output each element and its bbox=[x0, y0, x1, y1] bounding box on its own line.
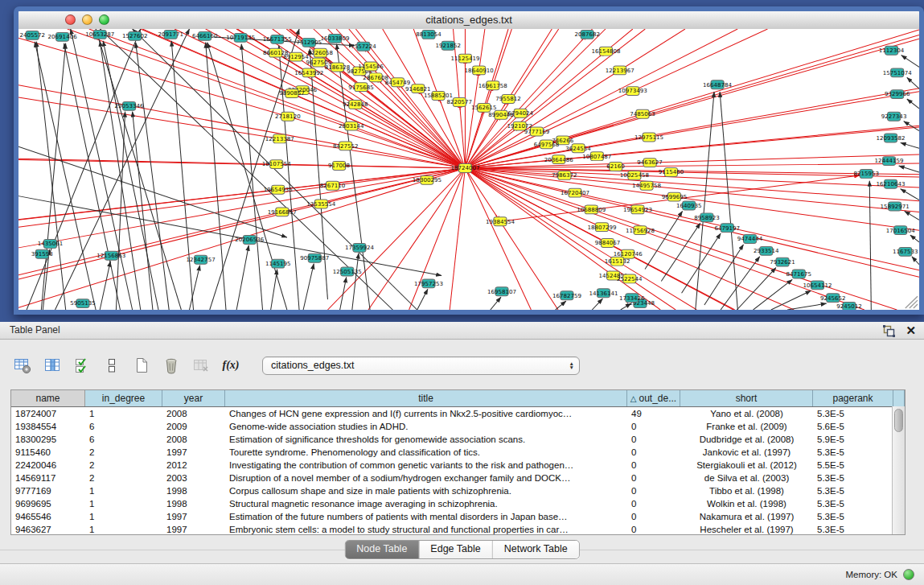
graph-node[interactable]: 2803144 bbox=[339, 122, 364, 130]
cell-year[interactable]: 1997 bbox=[162, 447, 225, 457]
column-header-title[interactable]: title bbox=[225, 390, 627, 406]
vertical-scrollbar[interactable] bbox=[892, 406, 905, 534]
table-settings-icon[interactable] bbox=[13, 356, 32, 375]
graph-node[interactable]: 10807487 bbox=[582, 152, 611, 161]
graph-node[interactable]: 2718120 bbox=[275, 112, 301, 121]
graph-node[interactable]: 16154808 bbox=[591, 47, 620, 56]
cell-name[interactable]: 22420046 bbox=[11, 460, 85, 470]
graph-node[interactable]: 16720407 bbox=[561, 188, 589, 197]
table-panel-titlebar[interactable]: Table Panel ✕ bbox=[0, 322, 924, 340]
tab-node-table[interactable]: Node Table bbox=[345, 541, 419, 558]
tab-network-table[interactable]: Network Table bbox=[493, 541, 579, 558]
graph-node[interactable]: 19654935 bbox=[264, 185, 293, 194]
graph-node[interactable]: 16671355 bbox=[263, 35, 292, 43]
cell-in_degree[interactable]: 2 bbox=[85, 447, 162, 457]
graph-node[interactable]: 16543992 bbox=[294, 68, 323, 77]
cell-name[interactable]: 18724007 bbox=[11, 409, 85, 418]
cell-pagerank[interactable]: 5.3E-5 bbox=[813, 512, 893, 521]
cell-in_degree[interactable]: 1 bbox=[85, 499, 162, 509]
column-header-year[interactable]: year bbox=[162, 390, 225, 406]
graph-node[interactable]: 17016504 bbox=[886, 226, 916, 235]
graph-node[interactable]: 7955812 bbox=[495, 95, 521, 104]
delete-table-icon[interactable] bbox=[191, 356, 211, 375]
cell-pagerank[interactable]: 5.5E-5 bbox=[813, 460, 893, 470]
graph-node[interactable]: 6466160 bbox=[192, 31, 218, 40]
graph-node[interactable]: 8267110 bbox=[320, 181, 346, 190]
graph-node[interactable]: 2933514 bbox=[754, 246, 779, 255]
cell-title[interactable]: Estimation of the future numbers of pati… bbox=[225, 512, 627, 521]
cell-year[interactable]: 2009 bbox=[162, 422, 225, 431]
graph-node[interactable]: 19654923 bbox=[623, 205, 652, 214]
cell-pagerank[interactable]: 5.3E-5 bbox=[813, 447, 893, 457]
close-panel-icon[interactable]: ✕ bbox=[906, 323, 916, 338]
graph-node[interactable]: 6794024 bbox=[507, 109, 533, 117]
cell-title[interactable]: Changes of HCN gene expression and I(f) … bbox=[225, 409, 627, 418]
graph-node[interactable]: 1615132 bbox=[605, 257, 630, 266]
graph-node[interactable]: 9699695 bbox=[662, 192, 688, 201]
graph-node[interactable]: 9245012 bbox=[836, 303, 862, 310]
graph-node[interactable]: 7557224 bbox=[351, 42, 376, 51]
graph-node[interactable]: 8427552 bbox=[333, 142, 359, 150]
graph-node[interactable]: 10654112 bbox=[803, 281, 832, 290]
graph-node[interactable]: 10653287 bbox=[85, 30, 114, 39]
graph-node[interactable]: 391593 bbox=[31, 249, 53, 258]
cell-in_degree[interactable]: 6 bbox=[85, 435, 162, 444]
table-row[interactable]: 977716911998Corpus callosum shape and si… bbox=[11, 484, 905, 497]
graph-node[interactable]: 1921852 bbox=[435, 41, 461, 50]
cell-title[interactable]: Embryonic stem cells: a model to study s… bbox=[225, 525, 627, 534]
graph-node[interactable]: 12342757 bbox=[187, 255, 216, 264]
graph-node[interactable]: 10973493 bbox=[618, 87, 647, 96]
cell-title[interactable]: Tourette syndrome. Phenomenology and cla… bbox=[225, 447, 627, 457]
graph-node[interactable]: 16782759 bbox=[552, 291, 581, 300]
cell-pagerank[interactable]: 5.3E-5 bbox=[813, 409, 893, 418]
graph-node[interactable]: 1167533 bbox=[893, 247, 918, 256]
cell-name[interactable]: 9463627 bbox=[11, 525, 85, 534]
graph-node[interactable]: 17957253 bbox=[414, 279, 443, 288]
column-header-short[interactable]: short bbox=[680, 390, 813, 406]
network-canvas[interactable]: 1872400786601288912954822605896275051654… bbox=[18, 29, 919, 310]
cell-short[interactable]: Wolkin et al. (1998) bbox=[680, 499, 813, 509]
cell-short[interactable]: Yano et al. (2008) bbox=[680, 409, 813, 418]
graph-node[interactable]: 29053346 bbox=[115, 101, 145, 110]
cell-title[interactable]: Disruption of a novel member of a sodium… bbox=[225, 473, 627, 483]
cell-year[interactable]: 1997 bbox=[162, 512, 225, 521]
graph-node[interactable]: 5905135 bbox=[70, 299, 96, 308]
graph-node[interactable]: 10719145 bbox=[226, 33, 255, 42]
graph-node[interactable]: 90975887 bbox=[300, 253, 329, 262]
cell-in_degree[interactable]: 1 bbox=[85, 486, 162, 496]
column-header-in_degree[interactable]: in_degree bbox=[85, 390, 162, 406]
graph-node[interactable]: 9227343 bbox=[881, 112, 907, 121]
cell-year[interactable]: 2003 bbox=[162, 473, 225, 483]
graph-node[interactable]: 15751074 bbox=[883, 68, 913, 77]
cell-year[interactable]: 2012 bbox=[162, 460, 225, 470]
cell-name[interactable]: 19384554 bbox=[11, 422, 85, 431]
cell-out_degree[interactable]: 0 bbox=[627, 422, 680, 431]
table-row[interactable]: 1872400712008Changes of HCN gene express… bbox=[11, 407, 905, 420]
network-view-window[interactable]: citations_edges.txt 18724007866012889129… bbox=[14, 6, 924, 315]
graph-node[interactable]: 1527602 bbox=[122, 31, 148, 40]
graph-node[interactable]: 1640935 bbox=[676, 201, 702, 210]
cell-name[interactable]: 9777169 bbox=[11, 486, 85, 496]
cell-short[interactable]: Stergiakouli et al. (2012) bbox=[680, 460, 813, 470]
table-row[interactable]: 1456911722003Disruption of a novel membe… bbox=[11, 472, 905, 484]
delete-icon[interactable] bbox=[162, 356, 181, 375]
cell-pagerank[interactable]: 5.3E-5 bbox=[813, 486, 893, 496]
cell-short[interactable]: Tibbo et al. (1998) bbox=[680, 486, 813, 496]
graph-node[interactable]: 9474444 bbox=[737, 235, 763, 244]
table-row[interactable]: 1938455462009Genome-wide association stu… bbox=[11, 420, 905, 433]
graph-node[interactable]: 2405572 bbox=[19, 31, 45, 39]
cell-out_degree[interactable]: 0 bbox=[627, 473, 680, 483]
graph-node[interactable]: 1562615 bbox=[471, 103, 497, 112]
cell-name[interactable]: 9699695 bbox=[11, 499, 85, 509]
graph-node[interactable]: 19384554 bbox=[486, 217, 515, 226]
resize-grip-icon[interactable] bbox=[906, 296, 918, 308]
cell-year[interactable]: 2008 bbox=[162, 409, 225, 418]
cell-short[interactable]: Nakamura et al. (1997) bbox=[680, 512, 813, 521]
cell-short[interactable]: Hescheler et al. (1997) bbox=[680, 525, 813, 534]
graph-node[interactable]: 9115460 bbox=[659, 168, 684, 177]
graph-node[interactable]: 14136141 bbox=[589, 289, 618, 298]
table-row[interactable]: 1830029562008Estimation of significance … bbox=[11, 433, 905, 446]
graph-node[interactable]: 19166857 bbox=[268, 208, 297, 216]
column-header-pagerank[interactable]: pagerank bbox=[813, 390, 893, 406]
cell-year[interactable]: 1998 bbox=[162, 486, 225, 496]
